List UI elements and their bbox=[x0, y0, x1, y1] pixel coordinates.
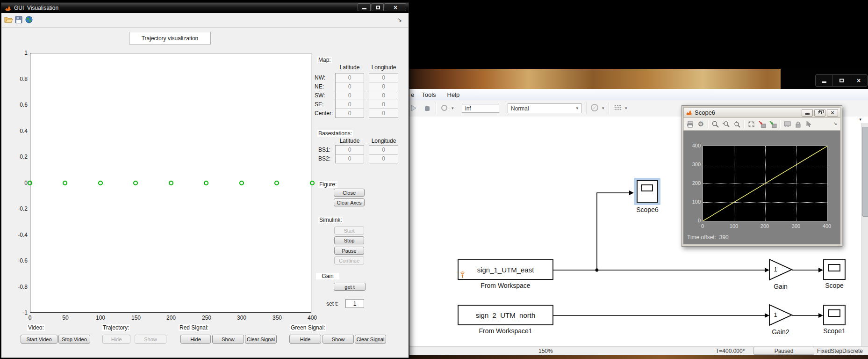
record-icon[interactable] bbox=[441, 105, 447, 111]
trajectory-section-label: Trajectory: bbox=[102, 324, 130, 331]
collapse-bar-arrow-icon[interactable]: ▾ bbox=[859, 117, 861, 122]
signal-selector-icon[interactable] bbox=[805, 120, 813, 128]
close-button[interactable]: × bbox=[850, 75, 867, 86]
overflow-arrow-icon[interactable]: ↘ bbox=[833, 121, 837, 126]
simulink-stop-button[interactable]: Stop bbox=[334, 236, 364, 244]
close-icon: × bbox=[831, 110, 834, 116]
close-button[interactable]: × bbox=[827, 109, 838, 117]
streaming-antenna-icon bbox=[459, 271, 466, 278]
trajectory-marker bbox=[310, 181, 315, 185]
chevron-down-icon[interactable]: ▾ bbox=[625, 106, 627, 110]
from-workspace2-block[interactable]: sign_2_UTM_north bbox=[458, 305, 553, 325]
map-center-lat-field[interactable]: 0 bbox=[335, 109, 364, 118]
stepping-options-icon[interactable] bbox=[614, 104, 622, 112]
minimize-button[interactable] bbox=[802, 109, 813, 117]
zoom-y-icon[interactable] bbox=[733, 120, 741, 128]
maximize-button[interactable] bbox=[372, 3, 384, 11]
minimize-button[interactable] bbox=[358, 3, 371, 11]
green-show-button[interactable]: Show bbox=[323, 335, 354, 344]
clear-axes-button[interactable]: Clear Axes bbox=[334, 198, 365, 206]
trajectory-hide-button[interactable]: Hide bbox=[102, 335, 130, 344]
stop-video-button[interactable]: Stop Video bbox=[58, 335, 90, 344]
stop-icon[interactable] bbox=[425, 106, 430, 111]
scope6-toolbar: ⚙ bbox=[683, 118, 840, 131]
map-se-lon-field[interactable]: 0 bbox=[369, 100, 398, 109]
map-nw-lon-field[interactable]: 0 bbox=[369, 73, 398, 82]
xtick: 400 bbox=[303, 315, 322, 321]
chevron-down-icon[interactable]: ▾ bbox=[452, 106, 454, 110]
scope-ytick: 400 bbox=[685, 143, 701, 148]
simulink-pause-button[interactable]: Pause bbox=[334, 247, 364, 255]
minimize-button[interactable] bbox=[816, 75, 833, 86]
from-workspace1-block[interactable]: sign_1_UTM_east bbox=[458, 259, 553, 280]
set-t-field[interactable]: 1 bbox=[345, 299, 364, 308]
lock-icon[interactable] bbox=[794, 120, 802, 128]
scope6-titlebar[interactable]: Scope6 × bbox=[683, 107, 840, 118]
restore-button[interactable] bbox=[814, 109, 825, 117]
map-sw-lat-field[interactable]: 0 bbox=[335, 91, 364, 100]
minimize-icon bbox=[822, 81, 826, 83]
update-diagram-icon[interactable]: ✓ bbox=[591, 104, 598, 111]
trajectory-show-button[interactable]: Show bbox=[135, 335, 166, 344]
scope-ytick: 300 bbox=[685, 161, 701, 167]
sim-mode-select[interactable]: Normal ▾ bbox=[508, 103, 581, 113]
close-figure-button[interactable]: Close bbox=[334, 189, 365, 197]
menu-item-help[interactable]: Help bbox=[442, 91, 466, 98]
red-hide-button[interactable]: Hide bbox=[180, 335, 211, 344]
bs-row-label: BS2: bbox=[318, 155, 330, 162]
scrollbar-thumb[interactable] bbox=[862, 127, 868, 217]
scope6-axes[interactable] bbox=[703, 146, 828, 221]
dock-figure-arrow-icon[interactable]: ↘ bbox=[397, 16, 402, 23]
scope-trace bbox=[703, 146, 827, 221]
red-clear-signal-button[interactable]: Clear Signal bbox=[245, 335, 277, 344]
get-t-button[interactable]: get t bbox=[334, 283, 366, 291]
canvas-vertical-scrollbar[interactable] bbox=[861, 123, 868, 346]
sim-state-badge: Paused bbox=[753, 347, 814, 355]
open-folder-icon[interactable] bbox=[4, 16, 13, 23]
map-sw-lon-field[interactable]: 0 bbox=[369, 91, 398, 100]
bs2-lon-field[interactable]: 0 bbox=[369, 154, 398, 163]
scope6-block[interactable] bbox=[637, 180, 658, 203]
gui-titlebar[interactable]: GUI_Visualisation × bbox=[1, 3, 409, 13]
restore-axes-settings-icon[interactable] bbox=[769, 120, 777, 128]
close-button[interactable]: × bbox=[385, 3, 406, 11]
gear-icon[interactable]: ⚙ bbox=[697, 120, 705, 128]
map-nw-lat-field[interactable]: 0 bbox=[335, 73, 364, 82]
figure-section-label: Figure: bbox=[318, 181, 337, 188]
play-icon[interactable] bbox=[410, 104, 417, 112]
red-show-button[interactable]: Show bbox=[212, 335, 244, 344]
bs1-lat-field[interactable]: 0 bbox=[335, 145, 364, 154]
maximize-button[interactable] bbox=[833, 75, 850, 86]
chevron-down-icon[interactable]: ▾ bbox=[602, 106, 604, 110]
green-clear-signal-button[interactable]: Clear Signal bbox=[355, 335, 386, 344]
green-hide-button[interactable]: Hide bbox=[289, 335, 321, 344]
bs2-lat-field[interactable]: 0 bbox=[335, 154, 364, 163]
bs1-lon-field[interactable]: 0 bbox=[369, 145, 398, 154]
zoom-x-icon[interactable] bbox=[722, 120, 730, 128]
menu-item-tools[interactable]: Tools bbox=[416, 91, 441, 98]
ytick: -0.2 bbox=[9, 205, 28, 212]
globe-icon[interactable] bbox=[25, 16, 33, 23]
zoom-icon[interactable] bbox=[711, 120, 719, 128]
float-scope-icon[interactable] bbox=[783, 120, 791, 128]
simulink-start-button[interactable]: Start bbox=[334, 227, 364, 234]
set-t-label: set t: bbox=[326, 300, 338, 307]
save-axes-settings-icon[interactable] bbox=[758, 120, 766, 128]
start-video-button[interactable]: Start Video bbox=[21, 335, 57, 344]
stop-time-input[interactable]: inf bbox=[462, 104, 499, 113]
map-se-lat-field[interactable]: 0 bbox=[335, 100, 364, 109]
map-ne-lat-field[interactable]: 0 bbox=[335, 82, 364, 91]
map-row-label: Center: bbox=[315, 110, 333, 117]
map-center-lon-field[interactable]: 0 bbox=[369, 109, 398, 118]
print-icon[interactable] bbox=[686, 120, 694, 128]
save-icon[interactable] bbox=[15, 16, 22, 23]
autoscale-icon[interactable] bbox=[747, 120, 755, 128]
gui-toolbar: ↘ bbox=[2, 13, 408, 28]
trajectory-marker bbox=[133, 181, 138, 185]
map-ne-lon-field[interactable]: 0 bbox=[369, 82, 398, 91]
menu-item-partial[interactable]: e bbox=[409, 91, 416, 98]
ytick: 0.6 bbox=[9, 102, 28, 108]
scope-block[interactable] bbox=[823, 259, 846, 280]
simulink-continue-button[interactable]: Continue bbox=[334, 256, 364, 264]
scope1-block[interactable] bbox=[823, 305, 846, 325]
